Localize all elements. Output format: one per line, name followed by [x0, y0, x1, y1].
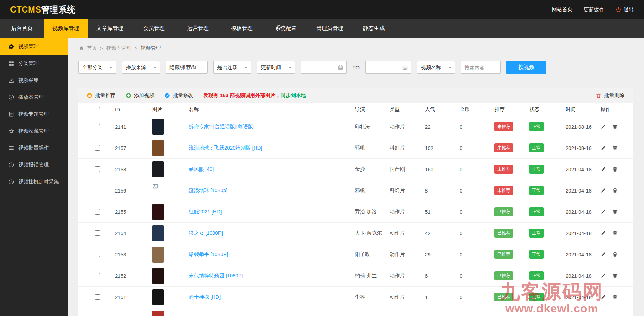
delete-icon[interactable]: [612, 209, 618, 215]
sidebar-item-player-manage[interactable]: 播放器管理: [0, 89, 68, 106]
edit-icon[interactable]: [600, 145, 606, 151]
sidebar-item-video-errors[interactable]: 视频报错管理: [0, 156, 68, 173]
video-title-link[interactable]: 暴风眼 [40]: [189, 166, 214, 172]
date-from-input[interactable]: [301, 61, 347, 74]
select-all-checkbox[interactable]: [95, 107, 100, 112]
video-title-link[interactable]: 流浪地球 [1080p]: [189, 187, 227, 193]
category-select[interactable]: 全部分类: [78, 61, 116, 74]
nav-tab-admin-manage[interactable]: 管理员管理: [308, 19, 352, 38]
row-checkbox[interactable]: [95, 209, 100, 215]
search-video-button[interactable]: 搜视频: [506, 61, 546, 74]
nav-tab-dashboard[interactable]: 后台首页: [0, 19, 44, 38]
breadcrumb-home[interactable]: 首页: [87, 45, 97, 51]
recommend-badge[interactable]: 未推荐: [495, 165, 513, 174]
recommend-badge[interactable]: 已推荐: [495, 207, 513, 216]
serial-select[interactable]: 是否连载: [213, 61, 251, 74]
status-badge[interactable]: 正常: [529, 207, 544, 216]
nav-tab-article-library[interactable]: 文章库管理: [88, 19, 132, 38]
play-source-select[interactable]: 播放来源: [122, 61, 160, 74]
row-checkbox[interactable]: [95, 273, 100, 278]
edit-icon[interactable]: [600, 166, 606, 172]
search-field-select[interactable]: 视频名称: [417, 61, 455, 74]
breadcrumb-video-library[interactable]: 视频库管理: [106, 45, 132, 51]
delete-icon[interactable]: [612, 273, 618, 279]
recommend-badge[interactable]: 已推荐: [495, 293, 513, 301]
time-field-select[interactable]: 更新时间: [257, 61, 295, 74]
date-to-input[interactable]: [365, 61, 411, 74]
video-title-link[interactable]: 的士神探 [HD]: [189, 294, 221, 300]
row-checkbox[interactable]: [95, 230, 100, 236]
delete-icon[interactable]: [612, 166, 618, 172]
video-time: 2021-04-18: [566, 273, 592, 279]
sidebar-item-video-manage[interactable]: 视频管理: [0, 38, 68, 55]
nav-tab-members[interactable]: 会员管理: [132, 19, 176, 38]
sidebar-item-video-special[interactable]: 视频专题管理: [0, 106, 68, 122]
row-checkbox[interactable]: [95, 294, 100, 300]
nav-tab-system-config[interactable]: 系统配置: [264, 19, 308, 38]
status-badge[interactable]: 正常: [529, 122, 544, 131]
edit-icon[interactable]: [600, 209, 606, 215]
recommend-badge[interactable]: 已推荐: [495, 229, 513, 238]
sidebar-item-video-favorites[interactable]: 视频收藏管理: [0, 122, 68, 139]
site-home-link[interactable]: 网站首页: [552, 6, 572, 13]
status-badge[interactable]: 正常: [529, 271, 544, 280]
edit-icon[interactable]: [600, 251, 606, 257]
recommend-badge[interactable]: 已推荐: [495, 271, 513, 280]
edit-icon[interactable]: [600, 187, 606, 194]
video-title-link[interactable]: 末代纳粹特勤团 [1080P]: [189, 273, 243, 278]
status-badge[interactable]: 正常: [529, 165, 544, 174]
sidebar-item-video-collect[interactable]: 视频采集: [0, 72, 68, 89]
edit-icon[interactable]: [600, 294, 606, 300]
row-checkbox[interactable]: [95, 145, 100, 151]
flag-select[interactable]: 隐藏/推荐/红: [166, 61, 208, 74]
row-checkbox[interactable]: [95, 166, 100, 172]
table-row: 2158暴风眼 [40]金沙国产剧1600未推荐正常2021-04-18: [78, 159, 633, 180]
status-badge[interactable]: 正常: [529, 186, 544, 195]
nav-tab-operations[interactable]: 运营管理: [176, 19, 220, 38]
recommend-badge[interactable]: 未推荐: [495, 186, 513, 195]
status-badge[interactable]: 正常: [529, 229, 544, 238]
status-badge[interactable]: 正常: [529, 293, 544, 301]
recommend-badge[interactable]: 未推荐: [495, 143, 513, 152]
row-checkbox[interactable]: [95, 124, 100, 129]
video-title-link[interactable]: 征服2021 [HD]: [189, 209, 222, 215]
sidebar-item-video-batch[interactable]: 视频批量操作: [0, 139, 68, 156]
row-checkbox[interactable]: [95, 188, 100, 193]
recommend-badge[interactable]: 已推荐: [495, 250, 513, 259]
batch-recommend-button[interactable]: 批量推荐: [87, 92, 115, 99]
add-video-button[interactable]: 添加视频: [125, 92, 154, 99]
delete-icon[interactable]: [612, 187, 618, 194]
delete-icon[interactable]: [612, 251, 618, 257]
sync-to-local-link[interactable]: 同步到本地: [280, 92, 306, 99]
logout-link[interactable]: 退出: [616, 6, 634, 13]
logo-brand: CTCMS: [10, 5, 41, 14]
delete-icon[interactable]: [612, 123, 618, 130]
delete-icon[interactable]: [612, 294, 618, 300]
row-checkbox[interactable]: [95, 252, 100, 257]
edit-icon[interactable]: [600, 273, 606, 279]
edit-icon[interactable]: [600, 230, 606, 236]
sidebar-item-category-manage[interactable]: 分类管理: [0, 55, 68, 72]
nav-tab-static-generate[interactable]: 静态生成: [352, 19, 396, 38]
video-time: 2021-04-18: [566, 209, 592, 215]
video-id: 2155: [115, 209, 126, 215]
delete-icon[interactable]: [612, 145, 618, 151]
status-badge[interactable]: 正常: [529, 143, 544, 152]
nav-tab-templates[interactable]: 模板管理: [220, 19, 264, 38]
delete-icon[interactable]: [612, 230, 618, 236]
sidebar-item-label: 播放器管理: [18, 94, 44, 100]
main-nav: 后台首页 视频库管理 文章库管理 会员管理 运营管理 模板管理 系统配置 管理员…: [0, 19, 644, 38]
search-input[interactable]: [461, 61, 501, 74]
status-badge[interactable]: 正常: [529, 250, 544, 259]
video-title-link[interactable]: 流浪地球：飞跃2020特别版 [HD]: [189, 145, 262, 151]
video-title-link[interactable]: 拆弹专家2 [普通话版][粤语版]: [189, 123, 254, 129]
batch-edit-button[interactable]: 批量修改: [164, 92, 193, 99]
video-title-link[interactable]: 爆裂拳手 [1080P]: [189, 251, 228, 257]
edit-icon[interactable]: [600, 123, 606, 130]
batch-delete-button[interactable]: 批量删除: [596, 92, 624, 99]
nav-tab-video-library[interactable]: 视频库管理: [44, 19, 88, 38]
video-title-link[interactable]: 狼之女 [1080P]: [189, 230, 223, 236]
refresh-cache-link[interactable]: 更新缓存: [584, 6, 604, 13]
recommend-badge[interactable]: 未推荐: [495, 122, 513, 131]
sidebar-item-video-cron-collect[interactable]: 视频挂机定时采集: [0, 173, 68, 190]
